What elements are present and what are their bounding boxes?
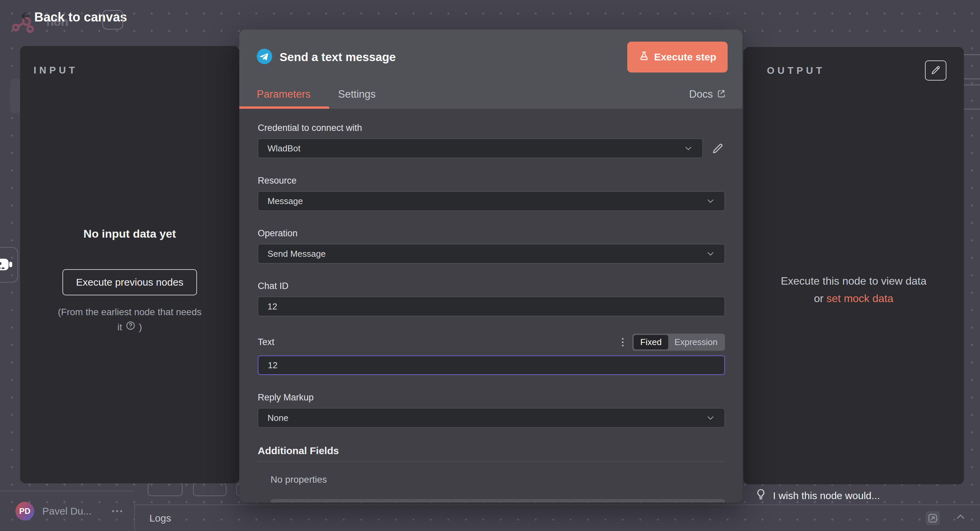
input-hint: (From the earliest node that needs it ): [58, 305, 201, 334]
reply-markup-field: Reply Markup None: [258, 393, 725, 428]
additional-fields-section: Additional Fields No properties Add Fiel…: [258, 445, 725, 502]
flask-icon: [639, 51, 649, 64]
logs-title: Logs: [150, 512, 171, 524]
input-hint-line2: it: [118, 321, 122, 334]
node-details-modal: Send a text message Execute step Paramet…: [239, 30, 742, 502]
chat-id-input[interactable]: 12: [258, 297, 725, 316]
canvas-control-outline[interactable]: [148, 483, 183, 496]
node-title: Send a text message: [280, 50, 396, 64]
no-properties-text: No properties: [270, 474, 725, 485]
chat-id-field: Chat ID 12: [258, 281, 725, 316]
no-input-data-text: No input data yet: [84, 227, 176, 240]
node-modal-header: Send a text message Execute step Paramet…: [239, 30, 742, 109]
pencil-icon: [930, 65, 941, 76]
chevron-down-icon: [706, 249, 715, 258]
expand-logs-icon[interactable]: [955, 512, 966, 525]
input-panel-title: INPUT: [33, 65, 78, 76]
execute-previous-nodes-button[interactable]: Execute previous nodes: [62, 269, 197, 296]
lightbulb-icon: [755, 488, 767, 503]
output-panel-title: OUTPUT: [767, 65, 825, 76]
output-empty-state: Execute this node to view data or set mo…: [743, 273, 964, 307]
resource-label: Resource: [258, 176, 725, 186]
input-hint-line1: (From the earliest node that needs: [58, 305, 201, 319]
text-input[interactable]: 12: [258, 355, 725, 375]
operation-field: Operation Send Message: [258, 228, 725, 264]
resource-select[interactable]: Message: [258, 191, 725, 211]
section-divider: [258, 461, 725, 461]
back-button-outline[interactable]: [102, 10, 123, 30]
edit-output-button[interactable]: [925, 60, 947, 81]
node-feedback-bar[interactable]: I wish this node would...: [743, 487, 980, 504]
reply-markup-select[interactable]: None: [258, 408, 725, 428]
canvas-control-outline[interactable]: [193, 483, 226, 496]
resource-field: Resource Message: [258, 176, 725, 211]
chat-id-label: Chat ID: [258, 281, 725, 291]
credential-field: Credential to connect with WladBot: [258, 123, 725, 158]
operation-label: Operation: [258, 228, 725, 238]
parameters-body: Credential to connect with WladBot: [239, 109, 742, 502]
sidebar-user-area[interactable]: PD Pavel Du...: [0, 491, 134, 531]
telegram-icon: [257, 49, 272, 65]
input-hint-close: ): [139, 321, 142, 334]
help-question-icon[interactable]: [126, 321, 135, 335]
modal-tabs: Parameters Settings Docs: [257, 80, 728, 109]
user-menu-icon[interactable]: [112, 510, 122, 512]
text-label: Text: [258, 337, 275, 347]
parameter-options-icon[interactable]: [622, 338, 624, 347]
text-field: Text Fixed Expression 12: [258, 334, 725, 375]
output-panel: OUTPUT Execute this node to view data or…: [743, 47, 964, 484]
chevron-down-icon: [706, 413, 715, 423]
popout-logs-icon[interactable]: [926, 511, 940, 525]
chevron-down-icon: [684, 144, 693, 153]
credential-select[interactable]: WladBot: [258, 138, 703, 158]
output-or-word: or: [814, 293, 823, 304]
tab-parameters[interactable]: Parameters: [257, 88, 310, 100]
ndv-overlay: n8n Back to canvas INPUT: [0, 0, 980, 531]
user-name: Pavel Du...: [42, 506, 104, 517]
docs-link[interactable]: Docs: [689, 88, 728, 100]
input-panel: INPUT No input data yet Execute previous…: [20, 46, 239, 483]
edit-credential-icon[interactable]: [711, 141, 725, 156]
chevron-down-icon: [706, 196, 715, 206]
back-to-canvas-cluster: n8n Back to canvas: [0, 0, 175, 50]
node-feedback-text: I wish this node would...: [773, 490, 880, 501]
output-empty-line1: Execute this node to view data: [743, 273, 964, 290]
reply-markup-label: Reply Markup: [258, 393, 725, 403]
execute-step-button[interactable]: Execute step: [627, 41, 728, 73]
tab-settings[interactable]: Settings: [338, 88, 375, 100]
collapsed-panel-edge: [10, 79, 21, 113]
robot-icon: [0, 254, 13, 275]
external-link-icon: [717, 88, 725, 100]
active-tab-indicator: [239, 107, 329, 109]
additional-fields-title: Additional Fields: [258, 445, 725, 456]
toggle-expression[interactable]: Expression: [668, 335, 724, 350]
toggle-fixed[interactable]: Fixed: [634, 335, 668, 350]
back-arrow-icon[interactable]: [19, 10, 32, 24]
fixed-expression-toggle: Fixed Expression: [632, 334, 725, 351]
input-empty-state: No input data yet Execute previous nodes…: [20, 227, 239, 334]
credential-label: Credential to connect with: [258, 123, 725, 133]
operation-select[interactable]: Send Message: [258, 244, 725, 264]
logs-panel[interactable]: Logs: [134, 504, 980, 531]
avatar: PD: [16, 502, 34, 521]
ai-assistant-button[interactable]: [0, 247, 18, 283]
add-field-button[interactable]: Add Field: [270, 499, 725, 502]
set-mock-data-link[interactable]: set mock data: [827, 293, 893, 304]
